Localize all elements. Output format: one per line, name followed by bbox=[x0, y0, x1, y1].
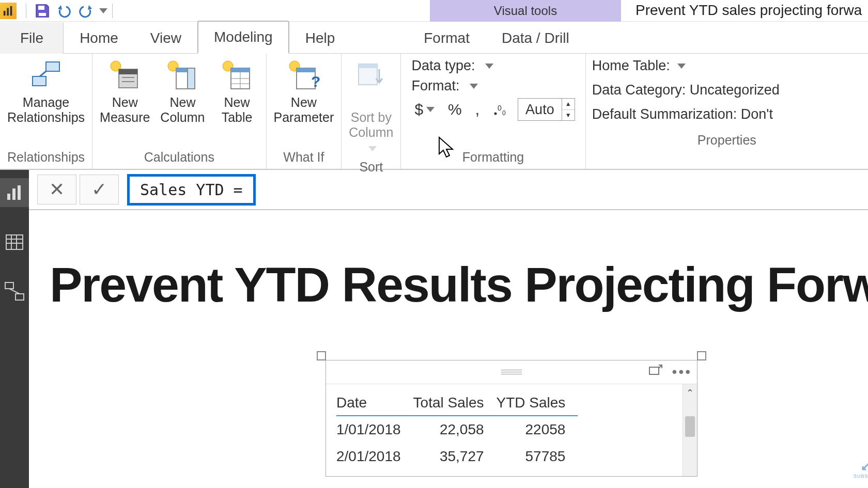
sort-by-column-label: Sort by Column bbox=[349, 95, 393, 154]
percent-format-button[interactable]: % bbox=[445, 100, 465, 119]
currency-icon: $ bbox=[414, 101, 423, 118]
undo-button[interactable] bbox=[53, 1, 75, 21]
visual-tools-contextual-tab: Visual tools bbox=[430, 0, 621, 22]
table-row[interactable]: 1/01/2018 22,058 22058 bbox=[336, 416, 578, 443]
spinner-up[interactable]: ▲ bbox=[562, 99, 575, 110]
new-table-icon bbox=[221, 59, 254, 92]
col-date[interactable]: Date bbox=[336, 390, 413, 416]
table-row[interactable]: 2/01/2018 35,727 57785 bbox=[336, 443, 578, 470]
nav-report-view[interactable] bbox=[0, 178, 29, 207]
svg-rect-33 bbox=[12, 188, 16, 200]
svg-point-29 bbox=[494, 113, 497, 115]
tab-format[interactable]: Format bbox=[408, 22, 486, 54]
svg-rect-19 bbox=[231, 68, 250, 72]
svg-rect-16 bbox=[188, 68, 195, 89]
tab-modeling[interactable]: Modeling bbox=[197, 21, 289, 54]
spinner-down[interactable]: ▼ bbox=[562, 110, 575, 121]
format-dropdown[interactable] bbox=[470, 84, 478, 89]
qat-customize-dropdown[interactable] bbox=[97, 8, 107, 13]
data-icon bbox=[4, 232, 25, 253]
svg-text:0: 0 bbox=[498, 104, 502, 112]
decimal-places-value: Auto bbox=[518, 102, 562, 118]
vertical-scrollbar[interactable]: ⌃ bbox=[683, 384, 697, 476]
manage-relationships-label: Manage Relationships bbox=[7, 95, 85, 125]
redo-button[interactable] bbox=[75, 1, 97, 21]
data-category-label: Data Category: Uncategorized bbox=[592, 82, 780, 98]
svg-line-7 bbox=[40, 71, 46, 76]
col-total-sales[interactable]: Total Sales bbox=[413, 390, 497, 416]
tab-help[interactable]: Help bbox=[289, 22, 351, 54]
tab-view[interactable]: View bbox=[134, 22, 197, 54]
new-measure-button[interactable]: New Measure bbox=[96, 56, 154, 128]
cell-ytd: 57785 bbox=[497, 443, 578, 470]
more-options-icon[interactable]: ••• bbox=[672, 364, 692, 380]
drag-grip-icon[interactable] bbox=[501, 370, 522, 375]
formula-bar: ✕ ✓ Sales YTD = bbox=[29, 170, 868, 210]
tab-file[interactable]: File bbox=[0, 22, 64, 54]
formula-cancel-button[interactable]: ✕ bbox=[37, 175, 76, 204]
new-parameter-button[interactable]: ? New Parameter bbox=[270, 56, 338, 128]
tab-home[interactable]: Home bbox=[64, 22, 134, 54]
svg-text:0: 0 bbox=[502, 109, 506, 117]
save-icon bbox=[34, 3, 51, 19]
svg-rect-35 bbox=[6, 235, 23, 249]
scroll-thumb[interactable] bbox=[685, 416, 695, 437]
decimal-places-spinner[interactable]: Auto ▲ ▼ bbox=[518, 98, 575, 121]
svg-rect-6 bbox=[33, 76, 46, 86]
new-table-button[interactable]: New Table bbox=[211, 56, 263, 128]
manage-relationships-button[interactable]: Manage Relationships bbox=[3, 56, 89, 128]
new-column-icon bbox=[166, 59, 199, 92]
resize-handle-tr[interactable] bbox=[697, 351, 706, 360]
new-measure-icon bbox=[109, 59, 142, 92]
sort-by-column-button[interactable]: Sort by Column bbox=[345, 56, 397, 158]
svg-rect-5 bbox=[46, 62, 59, 71]
ribbon-tabs: File Home View Modeling Help Format Data… bbox=[0, 22, 868, 54]
svg-rect-4 bbox=[39, 13, 46, 16]
resize-handle-tl[interactable] bbox=[317, 351, 326, 360]
cell-date: 2/01/2018 bbox=[336, 443, 413, 470]
visual-header: ••• bbox=[326, 360, 697, 384]
chevron-down-icon bbox=[426, 107, 435, 112]
whatif-group-label: What If bbox=[270, 148, 338, 168]
svg-rect-40 bbox=[5, 282, 13, 289]
format-label: Format: bbox=[411, 78, 459, 94]
save-button[interactable] bbox=[32, 1, 53, 21]
formula-input[interactable]: Sales YTD = bbox=[127, 174, 256, 206]
relationships-icon bbox=[29, 59, 63, 92]
report-icon bbox=[4, 182, 25, 203]
nav-data-view[interactable] bbox=[0, 228, 29, 257]
thousands-separator-button[interactable]: , bbox=[472, 100, 483, 119]
comma-icon: , bbox=[475, 101, 479, 118]
subscribe-watermark: SUBSCRIBE bbox=[854, 453, 868, 479]
decimal-places-icon-button[interactable]: 0 0 bbox=[490, 101, 510, 118]
cell-total: 22,058 bbox=[413, 416, 497, 443]
col-ytd-sales[interactable]: YTD Sales bbox=[497, 390, 578, 416]
focus-mode-icon[interactable] bbox=[647, 364, 663, 380]
decimal-icon: 0 0 bbox=[493, 102, 507, 117]
data-type-label: Data type: bbox=[411, 58, 475, 74]
report-canvas[interactable]: Prevent YTD Results Projecting Forw bbox=[29, 210, 868, 488]
new-column-button[interactable]: New Column bbox=[156, 56, 209, 128]
formula-commit-button[interactable]: ✓ bbox=[80, 175, 119, 204]
scroll-up-arrow[interactable]: ⌃ bbox=[683, 387, 697, 399]
cell-date: 1/01/2018 bbox=[336, 416, 413, 443]
calculations-group-label: Calculations bbox=[96, 148, 262, 168]
svg-rect-28 bbox=[359, 64, 377, 68]
home-table-dropdown[interactable] bbox=[677, 64, 686, 69]
undo-icon bbox=[56, 3, 72, 19]
svg-line-42 bbox=[9, 289, 20, 294]
ribbon-content: Manage Relationships Relationships New M… bbox=[0, 54, 868, 170]
nav-model-view[interactable] bbox=[0, 277, 29, 306]
tab-data-drill[interactable]: Data / Drill bbox=[486, 22, 585, 54]
currency-format-button[interactable]: $ bbox=[411, 100, 438, 119]
qat-separator bbox=[26, 4, 26, 18]
svg-rect-2 bbox=[10, 6, 12, 15]
table-header-row: Date Total Sales YTD Sales bbox=[336, 390, 578, 416]
subscribe-icon bbox=[859, 453, 868, 474]
table-visual[interactable]: ••• Date Total Sales YTD Sales bbox=[326, 360, 698, 477]
home-table-label: Home Table: bbox=[592, 58, 670, 74]
cell-total: 35,727 bbox=[413, 443, 497, 470]
left-nav bbox=[0, 170, 29, 488]
relationships-group-label: Relationships bbox=[3, 148, 89, 168]
data-type-dropdown[interactable] bbox=[485, 64, 493, 69]
